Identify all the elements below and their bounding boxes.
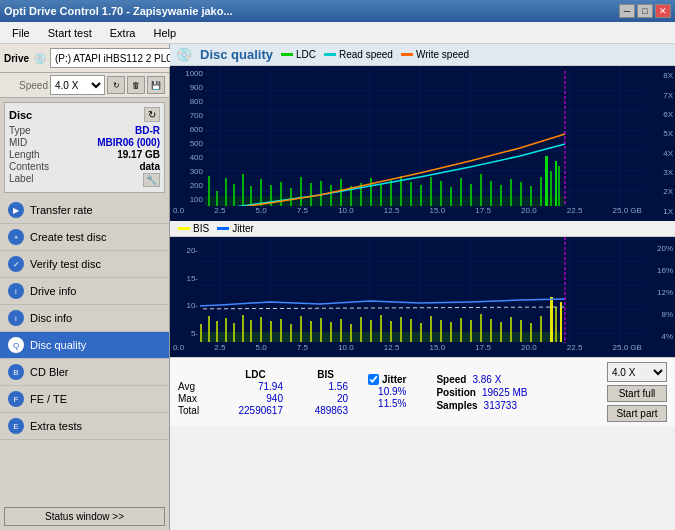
disc-title: Disc	[9, 109, 32, 121]
svg-rect-58	[550, 171, 552, 211]
legend-ldc: LDC	[281, 49, 316, 60]
disc-quality-title: Disc quality	[200, 47, 273, 62]
action-buttons: 4.0 X Start full Start part	[607, 362, 667, 422]
svg-rect-80	[200, 324, 202, 342]
disc-info-icon: i	[8, 310, 24, 326]
refresh-button[interactable]: ↻	[107, 76, 125, 94]
speed-select-row: 4.0 X	[607, 362, 667, 382]
bottom-chart: 20-15-10-5- 20%16%12%8%4% 0.02.55.07.510…	[170, 237, 675, 357]
nav-extra-tests[interactable]: E Extra tests	[0, 413, 169, 440]
svg-rect-108	[470, 320, 472, 342]
svg-rect-90	[290, 324, 292, 342]
bottom-chart-x-axis: 0.02.55.07.510.012.515.017.520.022.525.0…	[170, 343, 645, 357]
stats-total-row: Total 22590617 489863	[178, 405, 348, 416]
disc-type-row: Type BD-R	[9, 125, 160, 136]
jitter-stats: Jitter 10.9% 11.5%	[368, 374, 406, 410]
menu-extra[interactable]: Extra	[102, 25, 144, 41]
svg-rect-87	[260, 317, 262, 342]
disc-refresh-button[interactable]: ↻	[144, 107, 160, 122]
nav-disc-info[interactable]: i Disc info	[0, 305, 169, 332]
nav-cd-bier[interactable]: B CD Bler	[0, 359, 169, 386]
erase-button[interactable]: 🗑	[127, 76, 145, 94]
save-button[interactable]: 💾	[147, 76, 165, 94]
main-layout: Drive 💿 (P:) ATAPI iHBS112 2 PL06 ⏏ Spee…	[0, 44, 675, 530]
svg-rect-88	[270, 321, 272, 342]
svg-rect-95	[340, 319, 342, 342]
disc-contents-row: Contents data	[9, 161, 160, 172]
svg-rect-103	[420, 323, 422, 342]
speed-select[interactable]: 4.0 X	[50, 75, 105, 95]
menu-help[interactable]: Help	[145, 25, 184, 41]
cd-bier-icon: B	[8, 364, 24, 380]
svg-rect-76	[175, 332, 560, 342]
menu-bar: File Start test Extra Help	[0, 22, 675, 44]
drive-label: Drive	[4, 53, 32, 64]
top-chart-x-axis: 0.02.55.07.510.012.515.017.520.022.525.0…	[170, 206, 645, 220]
menu-file[interactable]: File	[4, 25, 38, 41]
svg-rect-111	[500, 322, 502, 342]
legend-bis: BIS	[178, 223, 209, 234]
svg-rect-89	[280, 319, 282, 342]
samples-stat: Samples 313733	[436, 400, 527, 411]
svg-rect-98	[370, 320, 372, 342]
svg-rect-86	[250, 320, 252, 342]
bis-jitter-legend: BIS Jitter	[170, 221, 675, 237]
svg-rect-110	[490, 319, 492, 342]
svg-rect-57	[545, 156, 548, 211]
svg-rect-85	[242, 315, 244, 342]
nav-items: ▶ Transfer rate + Create test disc ✓ Ver…	[0, 197, 169, 503]
status-window-button[interactable]: Status window >>	[4, 507, 165, 526]
bottom-chart-right-axis: 20%16%12%8%4%	[645, 237, 675, 347]
nav-verify-test-disc[interactable]: ✓ Verify test disc	[0, 251, 169, 278]
speed-label: Speed	[19, 80, 48, 91]
svg-rect-112	[510, 317, 512, 342]
minimize-button[interactable]: ─	[619, 4, 635, 18]
maximize-button[interactable]: □	[637, 4, 653, 18]
position-stat: Position 19625 MB	[436, 387, 527, 398]
content-area: 💿 Disc quality LDC Read speed Write spee…	[170, 44, 675, 530]
nav-disc-quality[interactable]: Q Disc quality	[0, 332, 169, 359]
start-full-button[interactable]: Start full	[607, 385, 667, 402]
bottom-chart-svg	[170, 237, 670, 357]
title-bar: Opti Drive Control 1.70 - Zapisywanie ja…	[0, 0, 675, 22]
drive-info-icon: i	[8, 283, 24, 299]
start-part-button[interactable]: Start part	[607, 405, 667, 422]
create-test-icon: +	[8, 229, 24, 245]
disc-info-rows: Type BD-R MID MBIR06 (000) Length 19.17 …	[9, 125, 160, 187]
top-chart-left-axis: 1000900800700600500400300200100	[170, 66, 205, 206]
menu-start-test[interactable]: Start test	[40, 25, 100, 41]
drive-row: Drive 💿 (P:) ATAPI iHBS112 2 PL06 ⏏	[0, 44, 169, 73]
bottom-chart-left-axis: 20-15-10-5-	[170, 237, 200, 347]
svg-rect-105	[440, 320, 442, 342]
close-button[interactable]: ✕	[655, 4, 671, 18]
stats-avg-row: Avg 71.94 1.56	[178, 381, 348, 392]
read-speed-color	[324, 53, 336, 56]
stats-header-row: LDC BIS	[178, 369, 348, 380]
disc-panel: Disc ↻ Type BD-R MID MBIR06 (000) Length…	[4, 102, 165, 193]
svg-rect-102	[410, 319, 412, 342]
disc-label-button[interactable]: 🔧	[143, 173, 160, 187]
nav-fe-te[interactable]: F FE / TE	[0, 386, 169, 413]
nav-drive-info[interactable]: i Drive info	[0, 278, 169, 305]
nav-create-test-disc[interactable]: + Create test disc	[0, 224, 169, 251]
legend-write-speed: Write speed	[401, 49, 469, 60]
svg-rect-93	[320, 318, 322, 342]
verify-test-icon: ✓	[8, 256, 24, 272]
test-speed-select[interactable]: 4.0 X	[607, 362, 667, 382]
svg-rect-92	[310, 321, 312, 342]
svg-rect-115	[540, 316, 542, 342]
svg-rect-81	[208, 316, 210, 342]
bis-color	[178, 227, 190, 230]
fe-te-icon: F	[8, 391, 24, 407]
drive-icon: 💿	[34, 53, 46, 64]
jitter-checkbox[interactable]	[368, 374, 379, 385]
svg-rect-117	[555, 307, 557, 342]
nav-transfer-rate[interactable]: ▶ Transfer rate	[0, 197, 169, 224]
top-chart-svg	[170, 66, 670, 221]
svg-rect-94	[330, 322, 332, 342]
jitter-color	[217, 227, 229, 230]
write-speed-color	[401, 53, 413, 56]
transfer-rate-icon: ▶	[8, 202, 24, 218]
disc-quality-icon: Q	[8, 337, 24, 353]
svg-rect-82	[216, 321, 218, 342]
